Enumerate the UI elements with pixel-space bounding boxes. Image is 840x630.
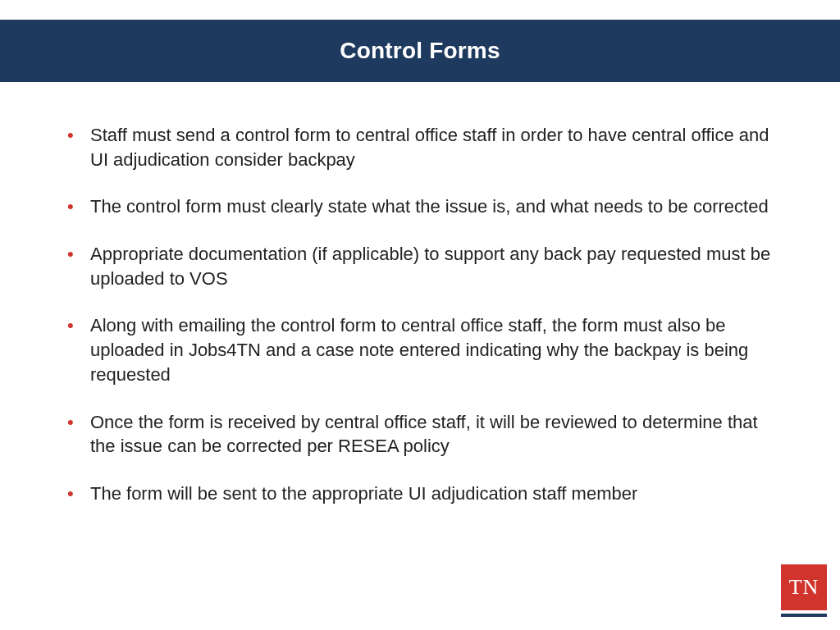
slide: Control Forms Staff must send a control … [0, 0, 840, 630]
tn-logo-underline [781, 614, 827, 617]
tn-logo: TN [781, 564, 827, 617]
page-title: Control Forms [340, 38, 500, 64]
tn-logo-box: TN [781, 564, 827, 610]
bullet-list: Staff must send a control form to centra… [64, 123, 776, 506]
content-area: Staff must send a control form to centra… [64, 123, 776, 529]
list-item: Once the form is received by central off… [64, 410, 776, 459]
list-item: Staff must send a control form to centra… [64, 123, 776, 171]
list-item: The control form must clearly state what… [64, 194, 776, 219]
tn-logo-text: TN [789, 575, 819, 600]
list-item: Appropriate documentation (if applicable… [64, 242, 776, 290]
list-item: Along with emailing the control form to … [64, 313, 776, 386]
list-item: The form will be sent to the appropriate… [64, 482, 776, 506]
header-bar: Control Forms [0, 20, 840, 82]
